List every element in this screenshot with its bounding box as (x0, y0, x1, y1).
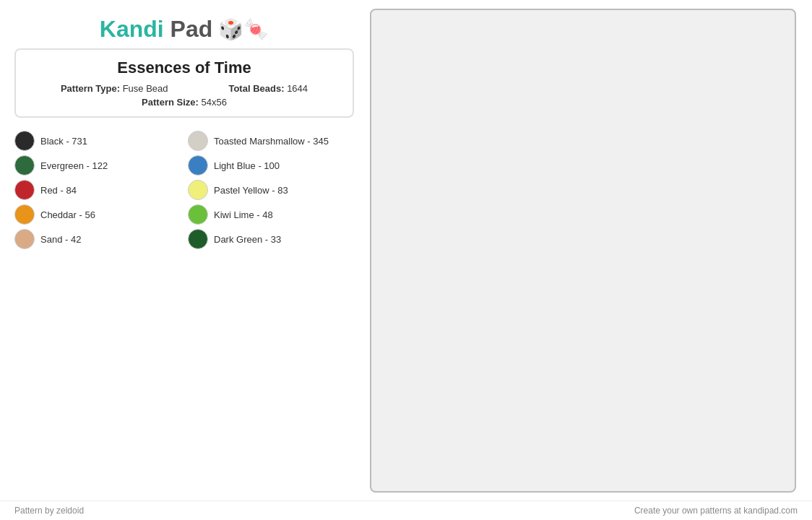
beads-label: Total Beads: (228, 83, 284, 94)
pattern-info-box: Essences of Time Pattern Type: Fuse Bead… (14, 48, 354, 118)
color-name: Black - 731 (40, 136, 87, 147)
pattern-size-row: Pattern Size: 54x56 (30, 97, 338, 108)
pattern-title: Essences of Time (30, 58, 338, 77)
color-item: Toasted Marshmallow - 345 (188, 131, 354, 151)
left-panel: Kandi Pad 🎲🍬 Essences of Time Pattern Ty… (14, 7, 368, 493)
color-item: Dark Green - 33 (188, 229, 354, 249)
color-swatch (188, 131, 208, 151)
footer-right: Create your own patterns at kandipad.com (634, 506, 798, 516)
type-label: Pattern Type: (61, 83, 120, 94)
bead-pattern-canvas (371, 10, 796, 493)
pattern-beads: Total Beads: 1644 (228, 83, 308, 94)
logo: Kandi Pad (100, 16, 212, 43)
colors-list: Black - 731Toasted Marshmallow - 345Ever… (14, 131, 354, 249)
color-swatch (188, 229, 208, 249)
logo-icon: 🎲🍬 (218, 17, 269, 41)
color-name: Cheddar - 56 (40, 209, 95, 220)
bead-canvas (370, 9, 796, 493)
color-name: Dark Green - 33 (214, 234, 281, 245)
color-name: Kiwi Lime - 48 (214, 209, 273, 220)
color-item: Pastel Yellow - 83 (188, 180, 354, 200)
color-name: Toasted Marshmallow - 345 (214, 136, 329, 147)
color-swatch (14, 131, 35, 151)
pattern-size: Pattern Size: 54x56 (142, 97, 227, 108)
color-item: Evergreen - 122 (14, 155, 181, 176)
color-item: Cheddar - 56 (14, 204, 181, 225)
color-name: Red - 84 (40, 185, 77, 196)
color-swatch (14, 180, 35, 200)
type-value: Fuse Bead (123, 83, 168, 94)
logo-kandi: Kandi (100, 16, 164, 42)
color-name: Light Blue - 100 (214, 160, 280, 171)
color-name: Sand - 42 (40, 234, 81, 245)
size-value: 54x56 (201, 97, 226, 108)
color-name: Evergreen - 122 (40, 160, 108, 171)
color-name: Pastel Yellow - 83 (214, 185, 288, 196)
size-label: Pattern Size: (142, 97, 199, 108)
footer: Pattern by zeldoid Create your own patte… (0, 500, 812, 520)
color-swatch (188, 204, 208, 225)
main-content: Kandi Pad 🎲🍬 Essences of Time Pattern Ty… (0, 0, 812, 500)
color-swatch (14, 229, 35, 249)
color-item: Black - 731 (14, 131, 181, 151)
beads-value: 1644 (287, 83, 308, 94)
right-panel (368, 7, 798, 493)
pattern-meta: Pattern Type: Fuse Bead Total Beads: 164… (30, 83, 338, 94)
color-swatch (188, 180, 208, 200)
color-swatch (14, 155, 35, 176)
color-item: Sand - 42 (14, 229, 181, 249)
color-item: Kiwi Lime - 48 (188, 204, 354, 225)
logo-area: Kandi Pad 🎲🍬 (14, 7, 354, 48)
logo-pad: Pad (164, 16, 213, 42)
color-swatch (188, 155, 208, 176)
color-item: Light Blue - 100 (188, 155, 354, 176)
pattern-type: Pattern Type: Fuse Bead (61, 83, 168, 94)
color-swatch (14, 204, 35, 225)
color-item: Red - 84 (14, 180, 181, 200)
footer-left: Pattern by zeldoid (14, 506, 84, 516)
